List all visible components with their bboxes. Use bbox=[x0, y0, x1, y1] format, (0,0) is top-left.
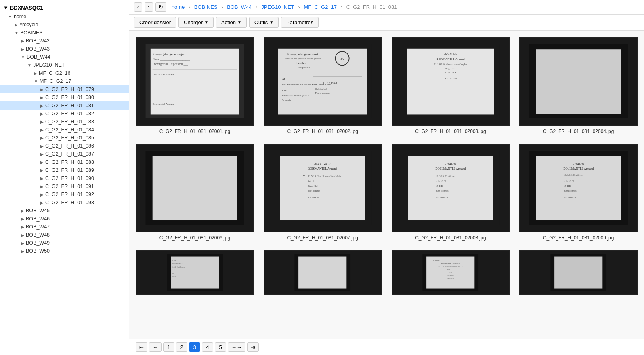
page-2-button[interactable]: 2 bbox=[176, 342, 187, 352]
arrow-icon: ▶ bbox=[21, 217, 24, 221]
svg-text:Bournandel Armand: Bournandel Armand bbox=[152, 73, 174, 76]
sidebar-item-bob-w47[interactable]: ▶ BOB_W47 bbox=[0, 223, 129, 231]
arrow-icon: ▶ bbox=[40, 128, 44, 132]
image-thumbnail: 11.7.0 BOISMANTEL Armand 11.3.13 Chatill… bbox=[136, 250, 254, 295]
sidebar-item-home[interactable]: ▼ home bbox=[0, 13, 129, 21]
image-item[interactable] bbox=[519, 250, 638, 295]
parametres-button[interactable]: Paramètres bbox=[281, 17, 319, 28]
image-item[interactable]: 36.5.41/HE BOISMANTEL Armand 21.1.00 St.… bbox=[392, 37, 510, 134]
sidebar-item-mf-c-g2-16[interactable]: ▶ MF_C_G2_16 bbox=[0, 69, 129, 77]
forward-button[interactable]: › bbox=[145, 2, 153, 12]
sidebar-item-label: JPEG10_NET bbox=[33, 62, 65, 68]
image-item[interactable]: 7.9.41/95 DOLLMANTEL Armand 11.3.13, Cha… bbox=[519, 144, 638, 241]
outils-button[interactable]: Outils ▼ bbox=[249, 17, 279, 28]
image-thumbnail bbox=[264, 250, 382, 295]
arrow-icon: ▶ bbox=[40, 95, 44, 100]
sidebar-item-c-g2-fr-h-01-089[interactable]: ▶ C_G2_FR_H_01_089 bbox=[0, 166, 129, 174]
sidebar-item-bob-w43[interactable]: ▶ BOB_W43 bbox=[0, 45, 129, 53]
breadcrumb-part[interactable]: BOB_W44 bbox=[227, 4, 252, 10]
action-button[interactable]: Action ▼ bbox=[216, 17, 247, 28]
back-button[interactable]: ‹ bbox=[134, 2, 142, 12]
sidebar-item-label: C_G2_FR_H_01_081 bbox=[45, 103, 94, 108]
svg-text:N.Y.: N.Y. bbox=[340, 57, 345, 61]
sidebar-item-bob-w45[interactable]: ▶ BOB_W45 bbox=[0, 207, 129, 215]
breadcrumb-part[interactable]: BOBINES bbox=[194, 4, 218, 10]
sidebar-item-bob-w50[interactable]: ▶ BOB_W50 bbox=[0, 247, 129, 255]
breadcrumb-part[interactable]: JPEG10_NET bbox=[261, 4, 294, 10]
sidebar-item-bobines[interactable]: ▼ BOBINES bbox=[0, 29, 129, 37]
arrow-icon: ▶ bbox=[21, 209, 24, 213]
breadcrumb-separator: › bbox=[189, 4, 192, 10]
sidebar-item-c-g2-fr-h-01-084[interactable]: ▶ C_G2_FR_H_01_084 bbox=[0, 126, 129, 134]
sidebar-item-c-g2-fr-h-01-083[interactable]: ▶ C_G2_FR_H_01_083 bbox=[0, 118, 129, 126]
sidebar-item-bob-w42[interactable]: ▶ BOB_W42 bbox=[0, 37, 129, 45]
image-thumbnail: Kriegsgefangenenpost Service des prisonn… bbox=[264, 37, 382, 126]
sidebar-item-c-g2-fr-h-01-088[interactable]: ▶ C_G2_FR_H_01_088 bbox=[0, 158, 129, 166]
image-item[interactable]: 20.4.41/We 33 BOISMANTEL Armand ✝ 31.5.1… bbox=[264, 144, 382, 241]
breadcrumb-part[interactable]: MF_C_G2_17 bbox=[304, 4, 337, 10]
arrow-icon: ▶ bbox=[21, 39, 24, 43]
sidebar-item-recycle[interactable]: ▶ #recycle bbox=[0, 21, 129, 29]
sidebar-item-c-g2-fr-h-01-085[interactable]: ▶ C_G2_FR_H_01_085 bbox=[0, 134, 129, 142]
svg-text:Carte postale: Carte postale bbox=[296, 66, 310, 69]
page-4-button[interactable]: 4 bbox=[202, 342, 213, 352]
image-item[interactable] bbox=[264, 250, 382, 295]
arrow-icon: ▶ bbox=[40, 168, 44, 173]
image-item[interactable]: C_G2_FR_H_01_081_02006.jpg bbox=[136, 144, 254, 241]
page-5-button[interactable]: 5 bbox=[215, 342, 226, 352]
page-1-button[interactable]: 1 bbox=[163, 342, 174, 352]
image-filename: C_G2_FR_H_01_081_02003.jpg bbox=[415, 129, 486, 134]
next-page-button[interactable]: →→ bbox=[228, 342, 245, 352]
svg-rect-40 bbox=[152, 156, 237, 220]
sidebar-root[interactable]: ▼ BDXNASQC1 bbox=[0, 3, 129, 13]
image-thumbnail: 25.9.41/82 BOISMANTEL ARMAND 31.3.13 Cha… bbox=[392, 250, 510, 295]
prev-page-button[interactable]: ← bbox=[149, 342, 162, 352]
image-item[interactable]: Kriegsgefangenenlager Name _____________… bbox=[136, 37, 254, 134]
sidebar-item-mf-c-g2-17[interactable]: ▼ MF_C_G2_17 bbox=[0, 77, 129, 85]
image-item[interactable]: C_G2_FR_H_01_081_02004.jpg bbox=[519, 37, 638, 134]
image-item[interactable]: Kriegsgefangenenpost Service des prisonn… bbox=[264, 37, 382, 134]
sidebar-item-c-g2-fr-h-01-079[interactable]: ▶ C_G2_FR_H_01_079 bbox=[0, 85, 129, 93]
last-page-button[interactable]: ⇥ bbox=[247, 342, 259, 352]
sidebar-item-label: C_G2_FR_H_01_091 bbox=[45, 184, 94, 189]
page-3-button[interactable]: 3 bbox=[189, 342, 200, 352]
toolbar: Créer dossier Charger ▼ Action ▼ Outils … bbox=[129, 15, 644, 31]
charger-button[interactable]: Charger ▼ bbox=[178, 17, 214, 28]
sidebar-item-c-g2-fr-h-01-080[interactable]: ▶ C_G2_FR_H_01_080 bbox=[0, 93, 129, 101]
creer-dossier-button[interactable]: Créer dossier bbox=[134, 17, 176, 28]
sidebar-item-c-g2-fr-h-01-086[interactable]: ▶ C_G2_FR_H_01_086 bbox=[0, 142, 129, 150]
svg-text:Bournandel Armand: Bournandel Armand bbox=[152, 102, 174, 105]
pagination: ⇤ ← 1 2 3 4 5 →→ ⇥ bbox=[129, 339, 644, 355]
sidebar-item-c-g2-fr-h-01-091[interactable]: ▶ C_G2_FR_H_01_091 bbox=[0, 182, 129, 190]
svg-text:Odélienbel: Odélienbel bbox=[315, 88, 327, 91]
svg-text:Service des prisonniers de gue: Service des prisonniers de guerre bbox=[285, 57, 321, 60]
sidebar-item-bob-w49[interactable]: ▶ BOB_W49 bbox=[0, 239, 129, 247]
svg-text:DOLLMANTEL Armand: DOLLMANTEL Armand bbox=[563, 167, 594, 171]
charger-caret-icon: ▼ bbox=[204, 20, 208, 25]
svg-text:BOISMANTEL Armand: BOISMANTEL Armand bbox=[436, 57, 466, 61]
sidebar-item-c-g2-fr-h-01-087[interactable]: ▶ C_G2_FR_H_01_087 bbox=[0, 150, 129, 158]
svg-rect-78 bbox=[299, 257, 347, 289]
svg-text:12.45 Fl.4: 12.45 Fl.4 bbox=[445, 71, 456, 74]
sidebar-item-c-g2-fr-h-01-093[interactable]: ▶ C_G2_FR_H_01_093 bbox=[0, 199, 129, 207]
breadcrumb-separator: › bbox=[256, 4, 259, 10]
svg-text:17 HE: 17 HE bbox=[436, 184, 443, 187]
sidebar-item-bob-w48[interactable]: ▶ BOB_W48 bbox=[0, 231, 129, 239]
refresh-button[interactable]: ↻ bbox=[155, 2, 166, 12]
breadcrumb-part[interactable]: home bbox=[172, 4, 185, 10]
svg-text:NF 103923: NF 103923 bbox=[436, 196, 448, 199]
sidebar-item-c-g2-fr-h-01-092[interactable]: ▶ C_G2_FR_H_01_092 bbox=[0, 190, 129, 199]
image-item[interactable]: 11.7.0 BOISMANTEL Armand 11.3.13 Chatill… bbox=[136, 250, 254, 295]
sidebar-item-jpeg10-net[interactable]: ▼ JPEG10_NET bbox=[0, 61, 129, 69]
first-page-button[interactable]: ⇤ bbox=[136, 342, 147, 352]
sidebar-item-c-g2-fr-h-01-082[interactable]: ▶ C_G2_FR_H_01_082 bbox=[0, 110, 129, 118]
image-item[interactable]: 7.9.41/95 DOLLMANTEL Armand 11.3.13, Cha… bbox=[392, 144, 510, 241]
sidebar-item-c-g2-fr-h-01-090[interactable]: ▶ C_G2_FR_H_01_090 bbox=[0, 174, 129, 182]
sidebar-item-bob-w46[interactable]: ▶ BOB_W46 bbox=[0, 215, 129, 223]
arrow-icon: ▶ bbox=[40, 87, 44, 92]
sidebar-item-bob-w44[interactable]: ▼ BOB_W44 bbox=[0, 53, 129, 61]
svg-text:3ème R.I.: 3ème R.I. bbox=[308, 184, 319, 187]
sidebar-item-c-g2-fr-h-01-081[interactable]: ▶ C_G2_FR_H_01_081 bbox=[0, 101, 129, 110]
arrow-icon: ▼ bbox=[27, 63, 31, 68]
image-item[interactable]: 25.9.41/82 BOISMANTEL ARMAND 31.3.13 Cha… bbox=[392, 250, 510, 295]
